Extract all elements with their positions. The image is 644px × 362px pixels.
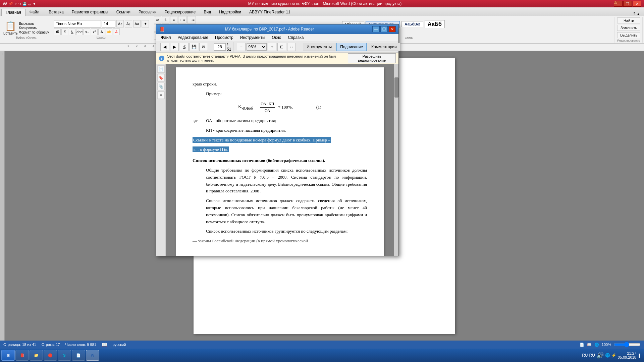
tab-review[interactable]: Рецензирование: [161, 8, 200, 16]
panel-attachments-icon[interactable]: 📎: [157, 83, 165, 90]
multilevel-btn[interactable]: ≡: [170, 16, 177, 23]
highlight-btn[interactable]: ab: [106, 28, 112, 35]
battery-icon: ⚡: [611, 353, 616, 358]
clear-format-btn[interactable]: ✦: [142, 20, 149, 27]
ribbon-minimize-icon[interactable]: ▲: [637, 12, 640, 16]
panel-pages-icon[interactable]: 📄: [157, 65, 165, 73]
style-aabv[interactable]: АаБб: [425, 20, 445, 28]
adobe-page-content: краю строки. Пример: КЧОБоб = ОА−КП ОА *…: [176, 67, 384, 256]
network-icon[interactable]: 🌐: [605, 353, 610, 358]
change-case-btn[interactable]: Aa: [133, 20, 141, 27]
word-restore-btn[interactable]: ❐: [623, 1, 632, 7]
show-desktop-btn[interactable]: ▐: [638, 354, 640, 357]
speaker-icon[interactable]: 🔊: [596, 352, 604, 359]
zoom-select[interactable]: 96% 75% 100% 125% 150%: [247, 43, 267, 51]
statusbar-view-print[interactable]: 📄: [580, 343, 584, 347]
tab-insert[interactable]: Вставка: [45, 8, 68, 16]
numbering-btn[interactable]: 1.: [162, 16, 169, 23]
taskbar-acrobat[interactable]: 📕: [15, 350, 29, 361]
zoom-in-btn[interactable]: +: [268, 43, 276, 51]
email-btn[interactable]: ✉: [199, 43, 208, 51]
grow-font-btn[interactable]: A↑: [116, 20, 124, 27]
cut-button[interactable]: Вырезать: [19, 22, 49, 25]
underline-btn[interactable]: Ч: [69, 28, 75, 35]
statusbar-view-read[interactable]: 📖: [587, 343, 592, 347]
pdf-highlighted-2: «... в формуле (1)».: [193, 146, 229, 152]
adobe-close-btn[interactable]: ✕: [388, 26, 396, 32]
word-close-btn[interactable]: ✕: [633, 1, 641, 7]
font-color-btn[interactable]: A: [113, 28, 120, 35]
comments-btn[interactable]: Комментарии: [368, 43, 400, 51]
format-painter-button[interactable]: Формат по образцу: [19, 31, 49, 34]
strikethrough-btn[interactable]: abe: [76, 28, 83, 35]
fit-page-btn[interactable]: ⊡: [277, 43, 286, 51]
statusbar-view-web[interactable]: 🌐: [594, 343, 599, 347]
decrease-indent-btn[interactable]: ←≡: [178, 16, 186, 23]
adobe-minimize-btn[interactable]: —: [372, 26, 380, 32]
tools-btn[interactable]: Инструменты: [303, 43, 335, 51]
adobe-menu-edit[interactable]: Редактирование: [175, 34, 211, 41]
tab-file[interactable]: Файл: [25, 8, 44, 16]
font-name-input[interactable]: [54, 20, 101, 27]
statusbar-spell-icon[interactable]: 📖: [102, 342, 107, 347]
tab-layout[interactable]: Разметка страницы: [68, 8, 112, 16]
style-heading1[interactable]: АаБбВе!: [401, 21, 423, 27]
bold-btn[interactable]: Ж: [54, 28, 61, 35]
superscript-btn[interactable]: x²: [91, 28, 98, 35]
replace-btn[interactable]: Заменить: [617, 25, 640, 31]
pdf-oa-text: ОА - оборотные активы предприятия;: [206, 118, 276, 123]
acrobat-icon: 📕: [20, 353, 24, 358]
zoom-out-btn[interactable]: −: [237, 43, 246, 51]
adobe-content-area: 📄 🔖 📎 ≡ краю строки. Пример: КЧОБоб = ОА…: [156, 64, 398, 256]
nav-forward-btn[interactable]: ▶: [170, 43, 179, 51]
help-icon[interactable]: ?: [633, 12, 635, 16]
tab-references[interactable]: Ссылки: [112, 8, 135, 16]
pdf-highlighted-block: Ссылки в тексте на порядковые номера фор…: [193, 137, 367, 144]
adobe-document-container[interactable]: краю строки. Пример: КЧОБоб = ОА−КП ОА *…: [166, 64, 394, 256]
fit-width-btn[interactable]: ↔: [287, 43, 296, 51]
acrobat2-icon: 📄: [76, 353, 81, 358]
taskbar-app3[interactable]: 🔴: [44, 350, 57, 361]
adobe-menu-tools[interactable]: Инструменты: [237, 34, 268, 41]
copy-button[interactable]: Копировать: [19, 26, 49, 30]
panel-layers-icon[interactable]: ≡: [157, 92, 165, 99]
select-btn[interactable]: Выделить: [617, 32, 640, 38]
taskbar-word[interactable]: W: [86, 350, 99, 361]
paste-button[interactable]: 📋 Вставить: [3, 20, 17, 35]
adobe-menubar: Файл Редактирование Просмотр Инструменты…: [156, 34, 398, 41]
tab-abbyy[interactable]: ABBYY FineReader 11: [245, 8, 294, 16]
tab-addins[interactable]: Надстройки: [215, 8, 245, 16]
shrink-font-btn[interactable]: A↓: [125, 20, 132, 27]
adobe-menu-window[interactable]: Окно: [269, 34, 284, 41]
adobe-menu-help[interactable]: Справка: [285, 34, 306, 41]
start-button[interactable]: ⊞: [1, 350, 15, 361]
ribbon-tabs: Главная Файл Вставка Разметка страницы С…: [0, 7, 644, 16]
tab-mailings[interactable]: Рассылки: [135, 8, 161, 16]
save-btn[interactable]: 💾: [190, 43, 198, 51]
sidebar-icon-1[interactable]: |: [2, 52, 2, 55]
increase-indent-btn[interactable]: →≡: [187, 16, 196, 23]
italic-btn[interactable]: К: [61, 28, 68, 35]
panel-bookmarks-icon[interactable]: 🔖: [157, 74, 165, 81]
tab-home[interactable]: Главная: [1, 9, 25, 16]
zoom-slider[interactable]: [614, 342, 641, 347]
allow-edit-btn[interactable]: Разрешить редактирование: [348, 53, 396, 63]
nav-back-btn[interactable]: ◀: [160, 43, 169, 51]
page-number-input[interactable]: [214, 43, 226, 51]
subscript-btn[interactable]: x₂: [84, 28, 90, 35]
print-btn[interactable]: 🖨: [180, 43, 189, 51]
font-size-input[interactable]: [102, 20, 115, 27]
taskbar-lang[interactable]: RU: [582, 353, 588, 358]
taskbar-filemanager[interactable]: 📁: [30, 350, 43, 361]
find-btn[interactable]: Найти: [617, 17, 640, 23]
adobe-menu-file[interactable]: Файл: [158, 34, 174, 41]
bullets-btn[interactable]: ≡•: [154, 16, 161, 23]
text-effects-btn[interactable]: A: [98, 28, 105, 35]
tab-view[interactable]: Вид: [200, 8, 215, 16]
adobe-menu-view[interactable]: Просмотр: [212, 34, 236, 41]
sign-btn[interactable]: Подписание: [336, 43, 367, 51]
taskbar-skype[interactable]: S: [58, 350, 71, 361]
adobe-scrollbar[interactable]: [394, 64, 398, 256]
taskbar-acrobat2[interactable]: 📄: [72, 350, 85, 361]
adobe-restore-btn[interactable]: ❐: [380, 26, 388, 32]
